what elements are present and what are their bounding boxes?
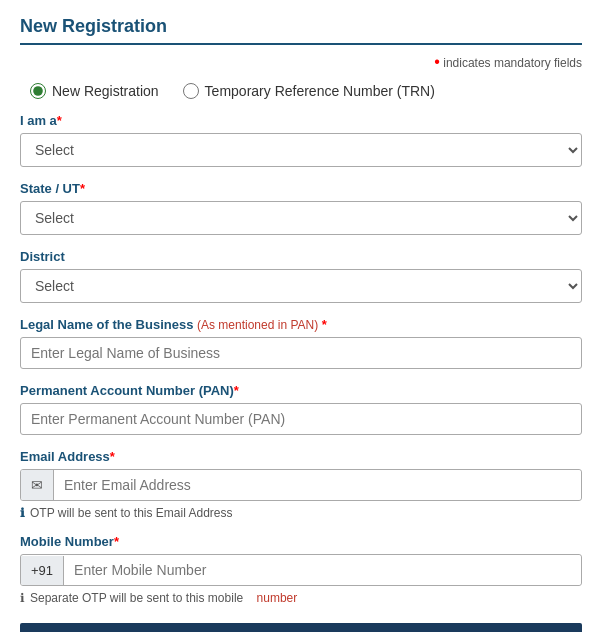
mobile-otp-note: ℹ Separate OTP will be sent to this mobi…: [20, 591, 582, 605]
state-required: *: [80, 181, 85, 196]
page-title: New Registration: [20, 16, 582, 45]
email-group: Email Address* ✉ ℹ OTP will be sent to t…: [20, 449, 582, 520]
mobile-label: Mobile Number*: [20, 534, 582, 549]
mobile-otp-note-link: number: [257, 591, 298, 605]
email-info-icon: ℹ: [20, 506, 25, 520]
mobile-wrapper: +91: [20, 554, 582, 586]
trn-radio-label[interactable]: Temporary Reference Number (TRN): [183, 83, 435, 99]
email-label: Email Address*: [20, 449, 582, 464]
new-registration-label: New Registration: [52, 83, 159, 99]
mandatory-note: • indicates mandatory fields: [20, 53, 582, 71]
state-ut-group: State / UT* Select Andhra Pradesh Assam …: [20, 181, 582, 235]
email-input[interactable]: [54, 470, 581, 500]
i-am-a-label: I am a*: [20, 113, 582, 128]
pan-label: Permanent Account Number (PAN)*: [20, 383, 582, 398]
mobile-input[interactable]: [64, 555, 581, 585]
registration-form: New Registration • indicates mandatory f…: [0, 0, 602, 632]
new-registration-radio-label[interactable]: New Registration: [30, 83, 159, 99]
mobile-prefix: +91: [21, 556, 64, 585]
legal-name-group: Legal Name of the Business (As mentioned…: [20, 317, 582, 369]
legal-name-required: *: [322, 317, 327, 332]
registration-type-group: New Registration Temporary Reference Num…: [20, 83, 582, 99]
district-label: District: [20, 249, 582, 264]
trn-label: Temporary Reference Number (TRN): [205, 83, 435, 99]
mandatory-dot: •: [434, 53, 440, 70]
mobile-info-icon: ℹ: [20, 591, 25, 605]
proceed-button[interactable]: PROCEED: [20, 623, 582, 632]
district-select[interactable]: Select: [20, 269, 582, 303]
i-am-a-group: I am a* Select Proprietor Partnership Co…: [20, 113, 582, 167]
legal-name-label: Legal Name of the Business (As mentioned…: [20, 317, 582, 332]
district-group: District Select: [20, 249, 582, 303]
state-ut-label: State / UT*: [20, 181, 582, 196]
legal-name-input[interactable]: [20, 337, 582, 369]
email-wrapper: ✉: [20, 469, 582, 501]
pan-group: Permanent Account Number (PAN)*: [20, 383, 582, 435]
email-icon: ✉: [21, 470, 54, 500]
mobile-group: Mobile Number* +91 ℹ Separate OTP will b…: [20, 534, 582, 605]
i-am-a-required: *: [57, 113, 62, 128]
new-registration-radio[interactable]: [30, 83, 46, 99]
i-am-a-select[interactable]: Select Proprietor Partnership Company LL…: [20, 133, 582, 167]
email-required: *: [110, 449, 115, 464]
state-ut-select[interactable]: Select Andhra Pradesh Assam Bihar Delhi …: [20, 201, 582, 235]
email-otp-note: ℹ OTP will be sent to this Email Address: [20, 506, 582, 520]
legal-name-sub-label: (As mentioned in PAN): [197, 318, 318, 332]
pan-input[interactable]: [20, 403, 582, 435]
mobile-required: *: [114, 534, 119, 549]
pan-required: *: [234, 383, 239, 398]
mandatory-text: indicates mandatory fields: [443, 56, 582, 70]
trn-radio[interactable]: [183, 83, 199, 99]
